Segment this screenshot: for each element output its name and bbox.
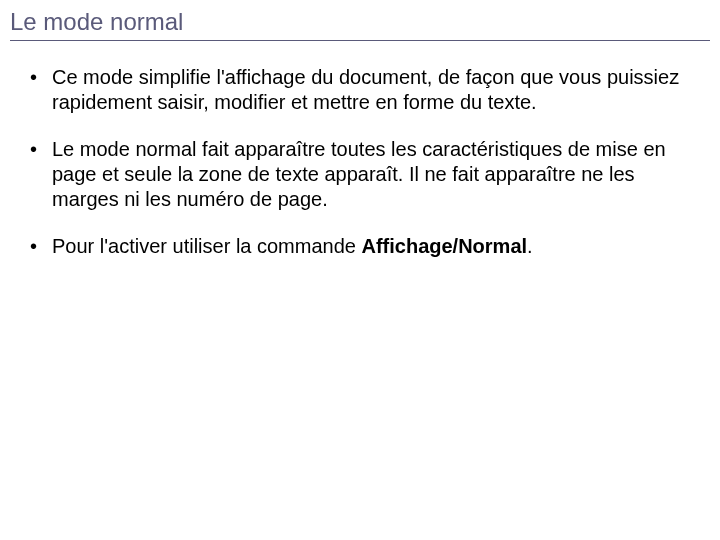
bullet-text-prefix: Pour l'activer utiliser la commande: [52, 235, 362, 257]
slide: Le mode normal Ce mode simplifie l'affic…: [0, 0, 720, 540]
list-item: Ce mode simplifie l'affichage du documen…: [30, 65, 700, 115]
bullet-list: Ce mode simplifie l'affichage du documen…: [10, 65, 710, 259]
bullet-text: Le mode normal fait apparaître toutes le…: [52, 138, 666, 210]
bullet-text-suffix: .: [527, 235, 533, 257]
list-item: Le mode normal fait apparaître toutes le…: [30, 137, 700, 212]
list-item: Pour l'activer utiliser la commande Affi…: [30, 234, 700, 259]
bullet-text: Ce mode simplifie l'affichage du documen…: [52, 66, 679, 113]
bullet-text-bold: Affichage/Normal: [362, 235, 528, 257]
slide-title: Le mode normal: [10, 8, 710, 41]
